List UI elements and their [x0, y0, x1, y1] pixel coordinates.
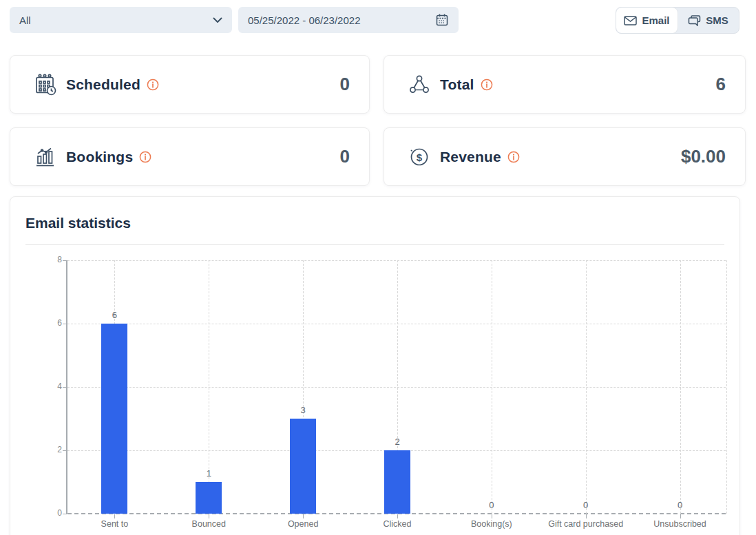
bookings-card-value: 0	[340, 146, 350, 167]
x-axis-label: Gift card purchased	[539, 519, 633, 529]
y-axis-tick	[63, 324, 67, 324]
topbar: All 05/25/2022 - 06/23/2022 Ema	[0, 0, 756, 40]
chat-bubbles-icon	[688, 15, 701, 26]
total-card-value: 6	[716, 74, 726, 95]
y-axis-tick-label: 8	[50, 255, 62, 264]
x-axis-label: Sent to	[67, 519, 161, 529]
bar-value-label: 0	[478, 500, 505, 510]
email-statistics-card: Email statistics 024686Sent to1Bounced3O…	[10, 196, 740, 535]
email-statistics-title: Email statistics	[25, 215, 131, 231]
y-gridline	[67, 387, 726, 388]
scheduled-card: Scheduled 0	[10, 55, 370, 114]
x-axis-label: Opened	[256, 519, 350, 529]
y-axis-tick	[63, 387, 67, 388]
chart-bar[interactable]	[290, 419, 316, 514]
bar-value-label: 0	[572, 500, 600, 510]
y-axis-tick-label: 6	[50, 318, 62, 328]
bookings-card: Bookings 0	[10, 127, 370, 186]
group-network-icon	[408, 73, 431, 96]
email-statistics-chart: 024686Sent to1Bounced3Opened2Clicked0Boo…	[66, 260, 726, 514]
chart-bar[interactable]	[196, 482, 222, 514]
y-gridline	[67, 324, 726, 324]
email-toggle-button[interactable]: Email	[616, 8, 678, 33]
x-axis-label: Clicked	[350, 519, 444, 529]
info-icon[interactable]	[147, 78, 159, 91]
x-axis-tick	[303, 514, 304, 518]
filter-select[interactable]: All	[10, 7, 232, 33]
bar-value-label: 6	[101, 310, 128, 320]
info-icon[interactable]	[481, 78, 493, 91]
date-range-value: 05/25/2022 - 06/23/2022	[248, 14, 360, 26]
y-gridline	[67, 260, 726, 261]
x-axis-label: Booking(s)	[445, 519, 538, 529]
channel-toggle: Email SMS	[616, 7, 739, 34]
filter-select-value: All	[19, 14, 31, 26]
x-axis-tick	[680, 514, 681, 518]
x-axis-tick	[114, 514, 115, 518]
scheduled-card-value: 0	[340, 74, 350, 95]
envelope-icon	[624, 16, 637, 25]
scheduled-card-label: Scheduled	[66, 76, 140, 93]
x-axis-label: Bounced	[162, 519, 255, 529]
total-card-label: Total	[440, 76, 474, 93]
email-toggle-label: Email	[642, 14, 669, 26]
svg-text:$: $	[417, 151, 423, 162]
bookings-card-label: Bookings	[66, 149, 133, 165]
sms-toggle-button[interactable]: SMS	[678, 8, 739, 33]
revenue-card-label: Revenue	[440, 149, 501, 165]
chevron-down-icon	[213, 17, 222, 23]
sms-toggle-label: SMS	[706, 14, 728, 26]
info-icon[interactable]	[507, 151, 520, 163]
x-axis-label: Unsubscribed	[633, 519, 727, 529]
x-gridline	[492, 260, 492, 514]
x-gridline	[586, 260, 587, 514]
info-icon[interactable]	[139, 151, 151, 163]
x-gridline	[680, 260, 681, 514]
x-axis-tick	[209, 514, 209, 518]
bar-trend-icon	[34, 145, 57, 169]
bar-value-label: 1	[195, 468, 222, 479]
revenue-card: $ Revenue $0.00	[384, 127, 746, 186]
y-axis-tick	[63, 450, 67, 451]
chart-bar[interactable]	[384, 450, 410, 514]
date-range-input[interactable]: 05/25/2022 - 06/23/2022	[238, 7, 459, 33]
bar-value-label: 2	[384, 437, 411, 447]
bar-value-label: 3	[289, 405, 317, 415]
plot-right-edge-gridline	[726, 260, 727, 514]
y-axis-tick	[63, 514, 67, 514]
section-divider	[25, 244, 724, 245]
bar-value-label: 0	[666, 500, 694, 510]
calendar-icon	[435, 13, 449, 27]
calendar-clock-icon	[34, 73, 57, 96]
x-axis-tick	[492, 514, 492, 518]
chart-bar[interactable]	[101, 324, 127, 514]
y-axis-tick-label: 0	[50, 508, 62, 518]
y-axis-tick	[63, 260, 67, 261]
dollar-circle-icon: $	[408, 145, 431, 169]
y-axis-tick-label: 2	[50, 445, 62, 454]
revenue-card-value: $0.00	[681, 146, 726, 167]
x-axis-tick	[397, 514, 398, 518]
y-axis-tick-label: 4	[50, 381, 62, 391]
x-axis-tick	[586, 514, 587, 518]
total-card: Total 6	[384, 55, 746, 114]
